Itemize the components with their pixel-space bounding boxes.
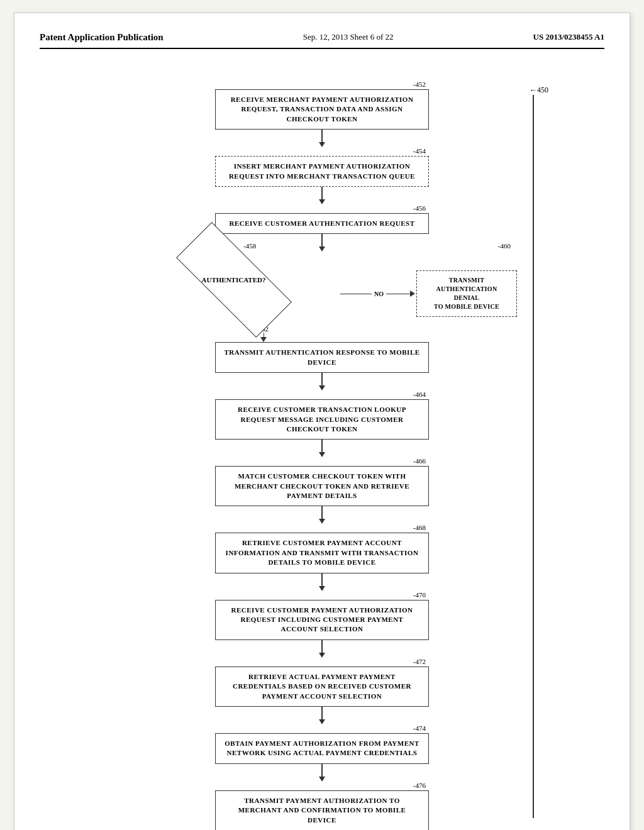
arrow-7: [319, 506, 325, 524]
ref-476: ‑476: [413, 782, 426, 789]
box-476: TRANSMIT PAYMENT AUTHORIZATION TO MERCHA…: [215, 790, 429, 830]
node-464-wrapper: ‑464 RECEIVE CUSTOMER TRANSACTION LOOKUP…: [215, 390, 429, 440]
flowchart: ←450 ‑452 RECEIVE MERCHANT PAYMENT AUTHO…: [40, 68, 604, 830]
box-472: RETRIEVE ACTUAL PAYMENT PAYMENT CREDENTI…: [215, 667, 429, 707]
arrow-3: [319, 234, 325, 252]
page-header: Patent Application Publication Sep. 12, …: [40, 32, 604, 49]
arrow-8: [319, 573, 325, 591]
header-sheet-info: Sep. 12, 2013 Sheet 6 of 22: [303, 32, 394, 42]
arrow-11: [319, 764, 325, 782]
arrow-4: [260, 333, 267, 342]
node-452-wrapper: ‑452 RECEIVE MERCHANT PAYMENT AUTHORIZAT…: [215, 80, 429, 130]
node-472-wrapper: ‑472 RETRIEVE ACTUAL PAYMENT PAYMENT CRE…: [215, 658, 429, 707]
box-462: TRANSMIT AUTHENTICATION RESPONSE TO MOBI…: [215, 342, 429, 373]
box-474: OBTAIN PAYMENT AUTHORIZATION FROM PAYMEN…: [215, 733, 429, 764]
node-468-wrapper: ‑468 RETRIEVE CUSTOMER PAYMENT ACCOUNT I…: [215, 524, 429, 573]
box-456: RECEIVE CUSTOMER AUTHENTICATION REQUEST: [215, 213, 429, 234]
box-452: RECEIVE MERCHANT PAYMENT AUTHORIZATION R…: [215, 89, 429, 130]
node-466-wrapper: ‑466 MATCH CUSTOMER CHECKOUT TOKEN WITH …: [215, 457, 429, 506]
arrow-10: [319, 707, 325, 724]
node-454-wrapper: ‑454 INSERT MERCHANT PAYMENT AUTHORIZATI…: [215, 147, 429, 187]
ref-454: ‑454: [413, 147, 426, 155]
node-456-wrapper: ‑456 RECEIVE CUSTOMER AUTHENTICATION REQ…: [215, 204, 429, 234]
no-branch: NO TRANSMIT AUTHENTICATION DENIAL TO MOB…: [340, 270, 517, 317]
ref-456: ‑456: [413, 204, 426, 212]
ref-460: ‑460: [498, 242, 511, 250]
box-454: INSERT MERCHANT PAYMENT AUTHORIZATION RE…: [215, 156, 429, 187]
box-470: RECEIVE CUSTOMER PAYMENT AUTHORIZATION R…: [215, 600, 429, 640]
node-462-wrapper: TRANSMIT AUTHENTICATION RESPONSE TO MOBI…: [215, 342, 429, 373]
node-470-wrapper: ‑470 RECEIVE CUSTOMER PAYMENT AUTHORIZAT…: [215, 591, 429, 640]
ref-458: ‑458: [243, 242, 256, 250]
header-patent-number: US 2013/0238455 A1: [533, 32, 604, 42]
no-label: NO: [374, 290, 384, 297]
ref-474: ‑474: [413, 724, 426, 732]
ref-464: ‑464: [413, 390, 426, 398]
arrow-6: [319, 440, 325, 457]
box-466: MATCH CUSTOMER CHECKOUT TOKEN WITH MERCH…: [215, 466, 429, 506]
node-476-wrapper: ‑476 TRANSMIT PAYMENT AUTHORIZATION TO M…: [215, 782, 429, 830]
arrow-5: [319, 373, 325, 390]
box-468: RETRIEVE CUSTOMER PAYMENT ACCOUNT INFORM…: [215, 533, 429, 573]
ref-452: ‑452: [413, 80, 426, 88]
ref-470: ‑470: [413, 591, 426, 599]
diamond-458: AUTHENTICATED?: [171, 252, 297, 308]
ref-468: ‑468: [413, 524, 426, 531]
box-460: TRANSMIT AUTHENTICATION DENIAL TO MOBILE…: [416, 270, 517, 317]
arrow-1: [319, 130, 325, 147]
ref-472: ‑472: [413, 658, 426, 665]
ref-450: ←450: [530, 86, 548, 95]
arrow-9: [319, 640, 325, 658]
decision-row: ‑458 ‑460 AUTHENTICATED? NO: [127, 252, 517, 317]
ref-466: ‑466: [413, 457, 426, 465]
arrow-2: [319, 187, 325, 204]
node-474-wrapper: ‑474 OBTAIN PAYMENT AUTHORIZATION FROM P…: [215, 724, 429, 764]
patent-page: Patent Application Publication Sep. 12, …: [14, 13, 630, 830]
header-title: Patent Application Publication: [40, 32, 164, 43]
box-464: RECEIVE CUSTOMER TRANSACTION LOOKUP REQU…: [215, 399, 429, 440]
